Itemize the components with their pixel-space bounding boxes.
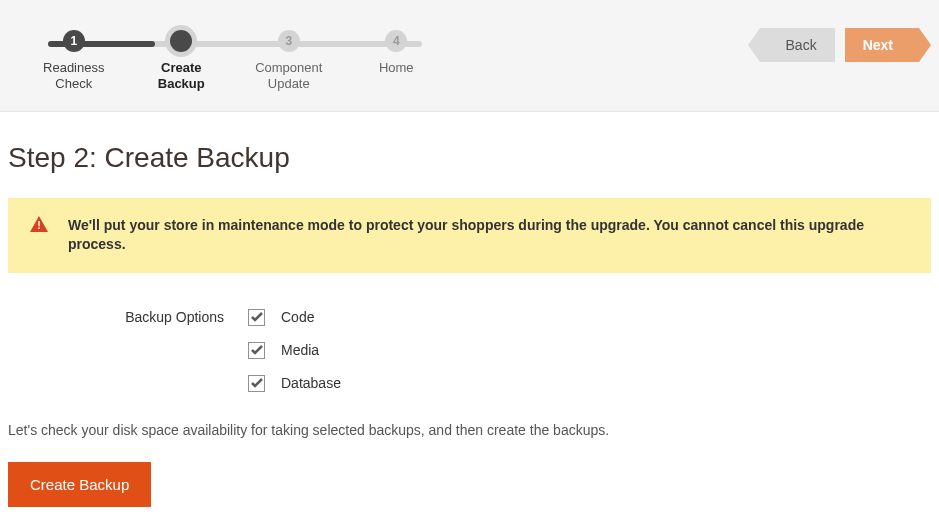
checkbox-database[interactable] <box>248 375 265 392</box>
step-node-1: 1 <box>63 30 85 52</box>
backup-options-fields: Code Media Database <box>248 309 931 392</box>
step-label: ComponentUpdate <box>235 60 343 93</box>
backup-option-media: Media <box>248 342 931 359</box>
step-node-3: 3 <box>278 30 300 52</box>
step-home: 4 Home <box>343 30 451 76</box>
wizard-nav: Back Next <box>760 28 919 62</box>
page-title: Step 2: Create Backup <box>8 142 931 174</box>
checkbox-media[interactable] <box>248 342 265 359</box>
step-create-backup: CreateBackup <box>128 30 236 93</box>
warning-text: We'll put your store in maintenance mode… <box>68 216 911 255</box>
backup-option-database: Database <box>248 375 931 392</box>
step-readiness-check: 1 ReadinessCheck <box>20 30 128 93</box>
wizard-header: 1 ReadinessCheck CreateBackup 3 Componen… <box>0 0 939 112</box>
step-node-4: 4 <box>385 30 407 52</box>
checkbox-label: Database <box>281 375 341 391</box>
helper-text: Let's check your disk space availability… <box>8 422 931 438</box>
checkbox-label: Code <box>281 309 314 325</box>
next-button[interactable]: Next <box>845 28 919 62</box>
step-label: ReadinessCheck <box>20 60 128 93</box>
backup-option-code: Code <box>248 309 931 326</box>
warning-notice: We'll put your store in maintenance mode… <box>8 198 931 273</box>
create-backup-button[interactable]: Create Backup <box>8 462 151 507</box>
backup-options-row: Backup Options Code Media Database <box>8 309 931 392</box>
step-label: CreateBackup <box>128 60 236 93</box>
back-button[interactable]: Back <box>760 28 835 62</box>
main-content: Step 2: Create Backup We'll put your sto… <box>0 112 939 527</box>
step-component-update: 3 ComponentUpdate <box>235 30 343 93</box>
checkbox-label: Media <box>281 342 319 358</box>
checkbox-code[interactable] <box>248 309 265 326</box>
backup-options-label: Backup Options <box>8 309 248 325</box>
step-node-2 <box>170 30 192 52</box>
step-label: Home <box>343 60 451 76</box>
step-indicator: 1 ReadinessCheck CreateBackup 3 Componen… <box>20 30 450 93</box>
